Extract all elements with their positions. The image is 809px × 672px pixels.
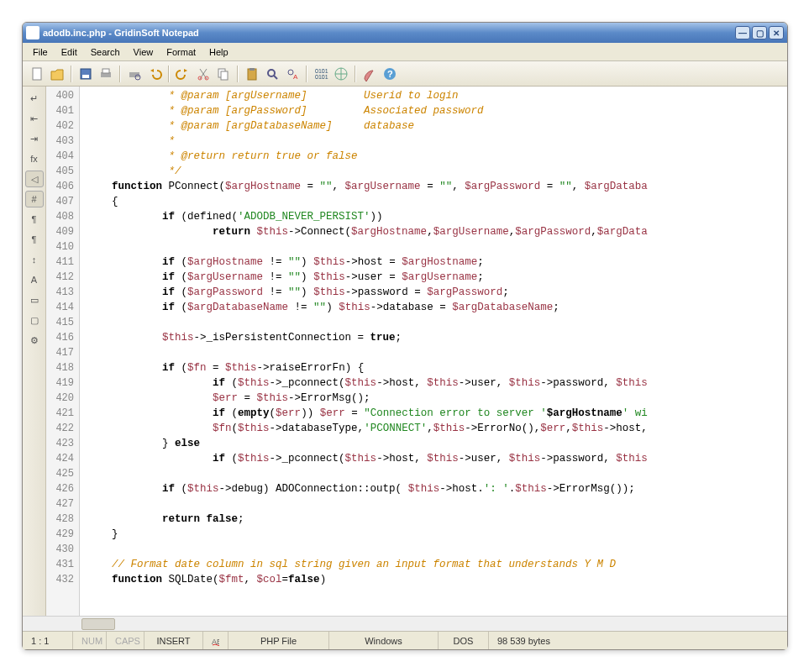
code-line[interactable] bbox=[80, 496, 787, 512]
copy-icon[interactable] bbox=[214, 65, 233, 83]
code-line[interactable]: return $this->Connect($argHostname,$argU… bbox=[80, 224, 787, 239]
code-line[interactable]: $err = $this->ErrorMsg(); bbox=[80, 391, 787, 406]
font-icon[interactable]: A bbox=[25, 271, 44, 288]
file-size: 98 539 bytes bbox=[489, 632, 787, 649]
pilcrow-icon[interactable]: ¶ bbox=[25, 231, 44, 248]
code-line[interactable]: } else bbox=[80, 436, 787, 451]
line-number: 417 bbox=[46, 345, 79, 360]
cursor-position: 1 : 1 bbox=[23, 632, 73, 649]
ruler-icon[interactable]: ▭ bbox=[25, 291, 44, 308]
code-line[interactable]: function PConnect($argHostname = "", $ar… bbox=[80, 179, 787, 194]
scroll-thumb[interactable] bbox=[81, 618, 115, 630]
cut-icon[interactable] bbox=[194, 65, 213, 83]
line-number: 414 bbox=[46, 300, 79, 315]
code-line[interactable]: } bbox=[80, 527, 787, 542]
wrap-icon[interactable]: ↵ bbox=[25, 90, 44, 107]
indent-dec-icon[interactable]: ⇤ bbox=[25, 110, 44, 127]
code-line[interactable]: * @param [argPassword] Associated passwo… bbox=[80, 103, 787, 118]
line-number: 423 bbox=[46, 436, 79, 451]
num-lock: NUM bbox=[73, 632, 107, 649]
line-number: 431 bbox=[46, 557, 79, 572]
code-line[interactable]: * @return return true or false bbox=[80, 149, 787, 164]
window-icon[interactable]: ▢ bbox=[25, 312, 44, 328]
menu-help[interactable]: Help bbox=[202, 45, 235, 60]
code-line[interactable] bbox=[80, 345, 787, 360]
code-editor[interactable]: * @param [argUsername] Userid to login *… bbox=[80, 87, 787, 616]
line-number: 421 bbox=[46, 406, 79, 421]
code-line[interactable]: { bbox=[80, 194, 787, 209]
help-icon[interactable]: ? bbox=[381, 65, 399, 83]
code-line[interactable]: if ($argHostname != "") $this->host = $a… bbox=[80, 255, 787, 270]
paste-icon[interactable] bbox=[243, 65, 261, 83]
redo-icon[interactable] bbox=[174, 65, 192, 83]
code-line[interactable]: if ($fn = $this->raiseErrorFn) { bbox=[80, 360, 787, 375]
charmap-icon[interactable] bbox=[332, 65, 350, 83]
line-number: 406 bbox=[46, 179, 79, 194]
save-icon[interactable] bbox=[76, 65, 95, 83]
code-line[interactable] bbox=[80, 315, 787, 330]
code-line[interactable]: * @param [argUsername] Userid to login bbox=[80, 88, 787, 103]
code-line[interactable]: if ($argPassword != "") $this->password … bbox=[80, 285, 787, 300]
app-icon bbox=[26, 26, 39, 39]
gear-icon[interactable]: ⚙ bbox=[25, 332, 44, 349]
code-line[interactable]: if ($this->_pconnect($this->host, $this-… bbox=[80, 375, 787, 391]
code-line[interactable]: $fn($this->databaseType,'PCONNECT',$this… bbox=[80, 421, 787, 436]
code-line[interactable]: // Format date column in sql string give… bbox=[80, 557, 787, 572]
svg-text:0101: 0101 bbox=[315, 68, 328, 74]
code-line[interactable]: if ($this->_pconnect($this->host, $this-… bbox=[80, 451, 787, 466]
line-number: 404 bbox=[46, 149, 79, 164]
line-number: 419 bbox=[46, 375, 79, 391]
line-number: 415 bbox=[46, 315, 79, 330]
code-line[interactable]: * bbox=[80, 134, 787, 149]
code-line[interactable]: if (defined('ADODB_NEVER_PERSIST')) bbox=[80, 209, 787, 224]
binary-icon[interactable]: 01010101 bbox=[312, 65, 330, 83]
menu-format[interactable]: Format bbox=[160, 45, 202, 60]
minimize-button[interactable]: — bbox=[735, 26, 750, 39]
find-icon[interactable] bbox=[263, 65, 281, 83]
horizontal-scrollbar[interactable] bbox=[23, 616, 787, 631]
menu-search[interactable]: Search bbox=[84, 45, 127, 60]
menu-file[interactable]: File bbox=[26, 45, 55, 60]
line-number: 412 bbox=[46, 270, 79, 285]
code-line[interactable]: $this->_isPersistentConnection = true; bbox=[80, 330, 787, 345]
titlebar[interactable]: adodb.inc.php - GridinSoft Notepad — ▢ ✕ bbox=[23, 23, 787, 43]
code-line[interactable] bbox=[80, 239, 787, 255]
line-number: 426 bbox=[46, 481, 79, 496]
fx-icon[interactable]: fx bbox=[25, 150, 44, 167]
line-number: 413 bbox=[46, 285, 79, 300]
print-preview-icon[interactable] bbox=[125, 65, 144, 83]
window-title: adodb.inc.php - GridinSoft Notepad bbox=[43, 28, 733, 38]
spellcheck-icon[interactable]: ABC bbox=[203, 632, 229, 649]
code-line[interactable]: return false; bbox=[80, 512, 787, 527]
code-line[interactable] bbox=[80, 466, 787, 481]
indent-inc-icon[interactable]: ⇥ bbox=[25, 130, 44, 147]
maximize-button[interactable]: ▢ bbox=[752, 26, 767, 39]
hash-icon[interactable]: # bbox=[25, 191, 44, 207]
code-line[interactable]: function SQLDate($fmt, $col=false) bbox=[80, 572, 787, 587]
code-line[interactable] bbox=[80, 542, 787, 557]
code-line[interactable]: */ bbox=[80, 164, 787, 179]
new-icon[interactable] bbox=[28, 65, 46, 83]
open-icon[interactable] bbox=[48, 65, 66, 83]
close-button[interactable]: ✕ bbox=[769, 26, 784, 39]
print-icon[interactable] bbox=[97, 65, 115, 83]
col-left-icon[interactable]: ◁ bbox=[25, 171, 44, 187]
color-icon[interactable] bbox=[360, 65, 379, 83]
find-next-icon[interactable]: A bbox=[283, 65, 302, 83]
code-line[interactable]: if ($argDatabaseName != "") $this->datab… bbox=[80, 300, 787, 315]
code-line[interactable]: if ($this->debug) ADOConnection::outp( $… bbox=[80, 481, 787, 496]
menu-view[interactable]: View bbox=[127, 45, 160, 60]
line-number: 427 bbox=[46, 496, 79, 512]
undo-icon[interactable] bbox=[145, 65, 164, 83]
svg-rect-2 bbox=[82, 75, 89, 78]
line-number: 428 bbox=[46, 512, 79, 527]
text-height-icon[interactable]: ↕ bbox=[25, 251, 44, 268]
pilcrow-box-icon[interactable]: ¶ bbox=[25, 211, 44, 228]
svg-rect-4 bbox=[102, 69, 109, 73]
menu-edit[interactable]: Edit bbox=[55, 45, 84, 60]
code-line[interactable]: * @param [argDatabaseName] database bbox=[80, 118, 787, 134]
statusbar: 1 : 1 NUM CAPS INSERT ABC PHP File Windo… bbox=[23, 631, 787, 649]
code-line[interactable]: if (empty($err)) $err = "Connection erro… bbox=[80, 406, 787, 421]
line-endings: Windows bbox=[329, 632, 439, 649]
code-line[interactable]: if ($argUsername != "") $this->user = $a… bbox=[80, 270, 787, 285]
